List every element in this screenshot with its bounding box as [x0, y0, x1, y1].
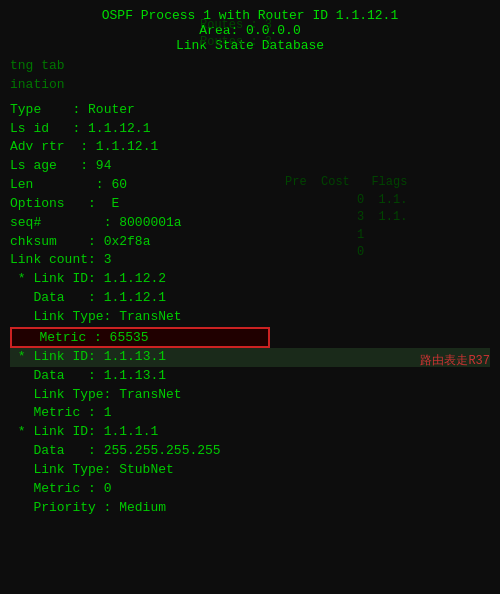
type-label: Type: [10, 102, 41, 117]
linkcount-label: Link count: [10, 252, 88, 267]
link3-type-value: StubNet: [119, 462, 174, 477]
len-label: Len: [10, 177, 33, 192]
link2-type-value: TransNet: [119, 387, 181, 402]
link1-type-value: TransNet: [119, 309, 181, 324]
link2-data: Data : 1.1.13.1: [10, 367, 490, 386]
type-value: Router: [88, 102, 135, 117]
link2-metric-value: 1: [104, 405, 112, 420]
link1-data: Data : 1.1.12.1: [10, 289, 490, 308]
link2-id: * Link ID: 1.1.13.1: [10, 348, 490, 367]
linkcount-line: Link count: 3: [10, 251, 490, 270]
link1-type: Link Type: TransNet: [10, 308, 490, 327]
link2-data-value: 1.1.13.1: [104, 368, 166, 383]
link2-id-value: 1.1.13.1: [104, 349, 166, 364]
faded-line1: tng tab: [10, 57, 490, 76]
seq-line: seq# : 8000001a: [10, 214, 490, 233]
header-line2: Area: 0.0.0.0: [10, 23, 490, 38]
lsid-line: Ls id : 1.1.12.1: [10, 120, 490, 139]
link2-type: Link Type: TransNet: [10, 386, 490, 405]
link1-metric-container: Metric : 65535: [10, 327, 490, 348]
link3-type: Link Type: StubNet: [10, 461, 490, 480]
lsage-label: Ls age: [10, 158, 57, 173]
link3-data-value: 255.255.255.255: [104, 443, 221, 458]
link1-data-value: 1.1.12.1: [104, 290, 166, 305]
lsage-line: Ls age : 94: [10, 157, 490, 176]
link3-id-value: 1.1.1.1: [104, 424, 159, 439]
len-value: 60: [111, 177, 127, 192]
chksum-value: 0x2f8a: [104, 234, 151, 249]
link1-metric-highlighted: Metric : 65535: [10, 327, 270, 348]
link2-metric: Metric : 1: [10, 404, 490, 423]
advrtr-label: Adv rtr: [10, 139, 65, 154]
options-value: E: [111, 196, 119, 211]
link3-priority-value: Medium: [119, 500, 166, 515]
terminal-window: Routes : 3 Routes : 3 Pre Cost Flags 0 1…: [0, 0, 500, 594]
link3-metric-value: 0: [104, 481, 112, 496]
faded-line2: ination: [10, 76, 490, 95]
link3-id: * Link ID: 1.1.1.1: [10, 423, 490, 442]
chksum-line: chksum : 0x2f8a: [10, 233, 490, 252]
link1-id: * Link ID: 1.1.12.2: [10, 270, 490, 289]
link3-metric: Metric : 0: [10, 480, 490, 499]
ospf-header: OSPF Process 1 with Router ID 1.1.12.1 A…: [10, 8, 490, 53]
overlay-label: 路由表走R37: [420, 352, 490, 369]
advrtr-value: 1.1.12.1: [96, 139, 158, 154]
header-line1: OSPF Process 1 with Router ID 1.1.12.1: [10, 8, 490, 23]
header-line3: Link State Database: [10, 38, 490, 53]
seq-label: seq#: [10, 215, 41, 230]
options-line: Options : E: [10, 195, 490, 214]
len-line: Len : 60: [10, 176, 490, 195]
options-label: Options: [10, 196, 65, 211]
linkcount-value: 3: [104, 252, 112, 267]
type-line: Type : Router: [10, 101, 490, 120]
link3-priority: Priority : Medium: [10, 499, 490, 518]
lsid-value: 1.1.12.1: [88, 121, 150, 136]
link1-id-value: 1.1.12.2: [104, 271, 166, 286]
advrtr-line: Adv rtr : 1.1.12.1: [10, 138, 490, 157]
lsid-label: Ls id: [10, 121, 49, 136]
chksum-label: chksum: [10, 234, 57, 249]
seq-value: 8000001a: [119, 215, 181, 230]
lsage-value: 94: [96, 158, 112, 173]
link3-data: Data : 255.255.255.255: [10, 442, 490, 461]
